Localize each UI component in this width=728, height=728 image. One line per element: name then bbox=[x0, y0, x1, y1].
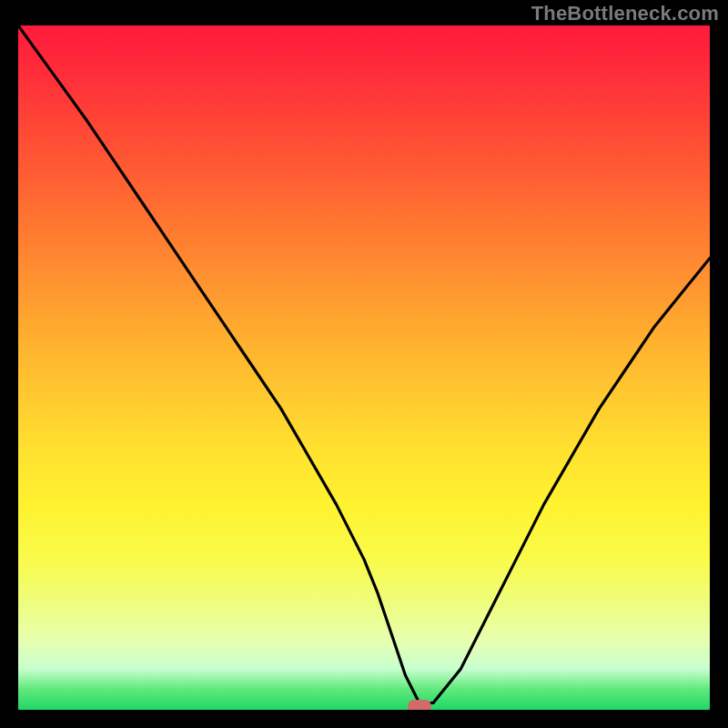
chart-frame: TheBottleneck.com bbox=[0, 0, 728, 728]
bottleneck-curve bbox=[18, 25, 710, 710]
watermark-text: TheBottleneck.com bbox=[531, 2, 719, 25]
plot-area bbox=[18, 25, 710, 710]
optimal-marker bbox=[408, 700, 431, 710]
